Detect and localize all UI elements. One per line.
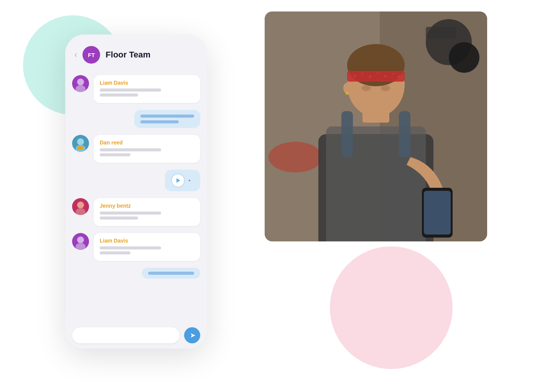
avatar [72,75,89,92]
sender-name: Jenny bentz [100,203,194,209]
avatar [72,233,89,250]
message-text-line [100,251,130,254]
reply-line [148,272,194,275]
sender-name: Liam Davis [100,238,194,244]
avatar [72,135,89,152]
message-bubble: Liam Davis [94,233,200,261]
input-bar: ➤ [65,322,207,349]
message-text-line [100,212,161,215]
svg-rect-7 [326,126,426,241]
message-text-line [100,217,138,220]
reply-row [72,268,200,279]
svg-point-15 [362,73,363,74]
reply-row [72,110,200,128]
voice-message-row [72,170,200,191]
hero-photo [265,11,487,241]
svg-point-19 [392,73,394,75]
svg-rect-4 [426,27,456,38]
send-icon: ➤ [190,331,196,340]
send-button[interactable]: ➤ [184,327,200,343]
svg-point-32 [77,138,84,145]
svg-point-24 [346,92,349,95]
message-content: Liam Davis [94,75,200,103]
voice-progress-dot [189,180,190,181]
message-row: Jenny bentz [72,198,200,226]
back-button[interactable]: ‹ [74,50,77,60]
message-input[interactable] [72,327,180,343]
messages-list: Liam Davis [65,71,207,282]
reply-line [140,120,179,123]
reply-bubble [142,268,200,279]
message-text-line [100,93,138,97]
decorative-pink-circle [330,246,453,369]
phone-mockup: ‹ FT Floor Team Liam Davis [65,34,207,349]
message-content: Dan reed [94,135,200,163]
sender-name: Liam Davis [100,80,194,86]
message-text-line [100,89,161,92]
svg-rect-8 [341,111,353,157]
svg-point-36 [77,202,84,208]
svg-rect-34 [77,146,84,149]
message-content: Liam Davis [94,233,200,261]
chat-title: Floor Team [105,50,150,60]
group-avatar-initials: FT [88,52,95,58]
svg-point-20 [398,75,400,78]
sender-name: Dan reed [100,139,194,146]
message-text-line [100,153,130,156]
avatar [72,198,89,215]
svg-point-18 [384,75,387,77]
message-text-line [100,148,161,151]
message-bubble: Dan reed [94,135,200,163]
message-row: Liam Davis [72,75,200,103]
svg-point-14 [354,75,356,77]
svg-point-29 [77,79,84,85]
svg-point-21 [362,85,371,91]
voice-bubble [165,170,200,191]
message-bubble: Liam Davis [94,75,200,103]
svg-point-5 [268,142,322,172]
reply-line [140,115,194,118]
message-row: Liam Davis [72,233,200,261]
svg-point-3 [449,42,479,73]
play-button[interactable] [171,174,185,187]
svg-point-16 [369,75,371,78]
message-bubble: Jenny bentz [94,198,200,226]
message-row: Dan reed [72,135,200,163]
message-text-line [100,246,161,249]
chat-header: ‹ FT Floor Team [65,34,207,71]
play-icon [176,178,180,183]
svg-point-39 [77,236,84,243]
message-content: Jenny bentz [94,198,200,226]
reply-bubble [134,110,200,128]
svg-point-22 [381,85,390,91]
group-avatar: FT [82,46,100,64]
svg-rect-27 [424,191,451,235]
avatar-face [72,75,89,92]
svg-rect-9 [399,111,410,157]
svg-point-17 [377,72,379,74]
